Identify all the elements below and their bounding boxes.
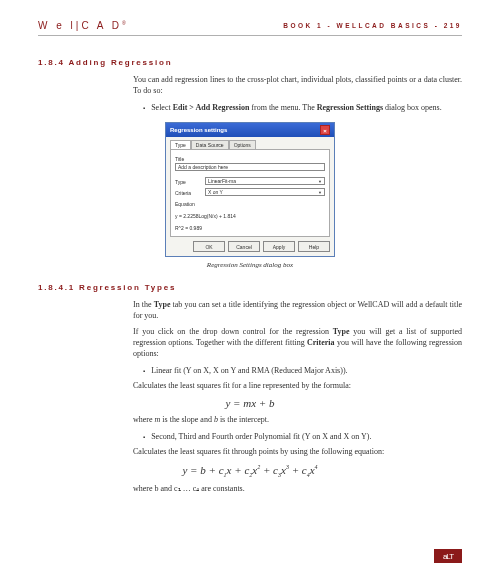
tab-options[interactable]: Options [229, 140, 256, 149]
intro-paragraph: You can add regression lines to the cros… [133, 75, 462, 97]
least-squares-line-text: Calculates the least squares fit for a l… [133, 381, 462, 392]
bullet-polynomial-fit: ▪Second, Third and Fourth order Polynomi… [153, 432, 462, 443]
type-dropdown[interactable]: LinearFit-ma ▼ [205, 177, 325, 185]
breadcrumb: BOOK 1 - WELLCAD BASICS - 219 [283, 22, 462, 29]
alt-logo: aLT [434, 549, 462, 563]
type-label: Type [175, 179, 201, 185]
alt-logo-text: aLT [443, 552, 453, 561]
formula-polynomial: y = b + c1x + c2x2 + c3x3 + c4x4 [38, 464, 462, 478]
bullet-icon: ▪ [143, 368, 145, 374]
criteria-label: Criteria [175, 190, 201, 196]
bullet-icon: ▪ [143, 105, 145, 111]
logo-prefix: W e l [38, 20, 76, 31]
title-input[interactable]: Add a description here [175, 163, 325, 171]
least-squares-poly-text: Calculates the least squares fit through… [133, 447, 462, 458]
dialog-button-row: OK Cancel Apply Help [166, 241, 334, 256]
dialog-titlebar: Regression settings × [166, 123, 334, 137]
regression-settings-figure: Regression settings × Type Data Source O… [165, 122, 335, 257]
cancel-button[interactable]: Cancel [228, 241, 260, 252]
constants-text: where b and c₁ … c₄ are constants. [133, 484, 462, 495]
bullet-linear-fit: ▪Linear fit (Y on X, X on Y and RMA (Red… [153, 366, 462, 377]
logo-suffix: C A D [81, 20, 122, 31]
section-heading-adding-regression: 1.8.4 Adding Regression [38, 58, 462, 67]
section-heading-regression-types: 1.8.4.1 Regression Types [38, 283, 462, 292]
close-icon[interactable]: × [320, 125, 330, 135]
tab-data-source[interactable]: Data Source [191, 140, 229, 149]
chevron-down-icon: ▼ [318, 179, 322, 184]
equation-line-1: y = 2.2258Log(N/x) + 1.814 [175, 213, 325, 220]
page-header: W e l|C A D® BOOK 1 - WELLCAD BASICS - 2… [38, 20, 462, 36]
dialog-body: Title Add a description here Type Linear… [170, 149, 330, 237]
dialog-title: Regression settings [170, 127, 227, 133]
bullet-select-edit: ▪Select Edit > Add Regression from the m… [153, 103, 462, 114]
tab-type[interactable]: Type [170, 140, 191, 149]
help-button[interactable]: Help [298, 241, 330, 252]
types-paragraph-1: In the Type tab you can set a title iden… [133, 300, 462, 322]
slope-intercept-text: where m is the slope and b is the interc… [133, 415, 462, 426]
dialog-tab-strip: Type Data Source Options [166, 137, 334, 149]
wellcad-logo: W e l|C A D® [38, 20, 126, 31]
equation-label: Equation [175, 201, 325, 207]
criteria-dropdown[interactable]: X on Y ▼ [205, 188, 325, 196]
logo-tm: ® [122, 20, 126, 26]
formula-linear: y = mx + b [38, 397, 462, 409]
ok-button[interactable]: OK [193, 241, 225, 252]
chevron-down-icon: ▼ [318, 190, 322, 195]
bullet-icon: ▪ [143, 434, 145, 440]
apply-button[interactable]: Apply [263, 241, 295, 252]
regression-settings-dialog: Regression settings × Type Data Source O… [165, 122, 335, 257]
equation-line-2: R^2 = 0.989 [175, 225, 325, 232]
figure-caption: Regression Settings dialog box [38, 261, 462, 269]
types-paragraph-2: If you click on the drop down control fo… [133, 327, 462, 359]
title-label: Title [175, 156, 325, 162]
